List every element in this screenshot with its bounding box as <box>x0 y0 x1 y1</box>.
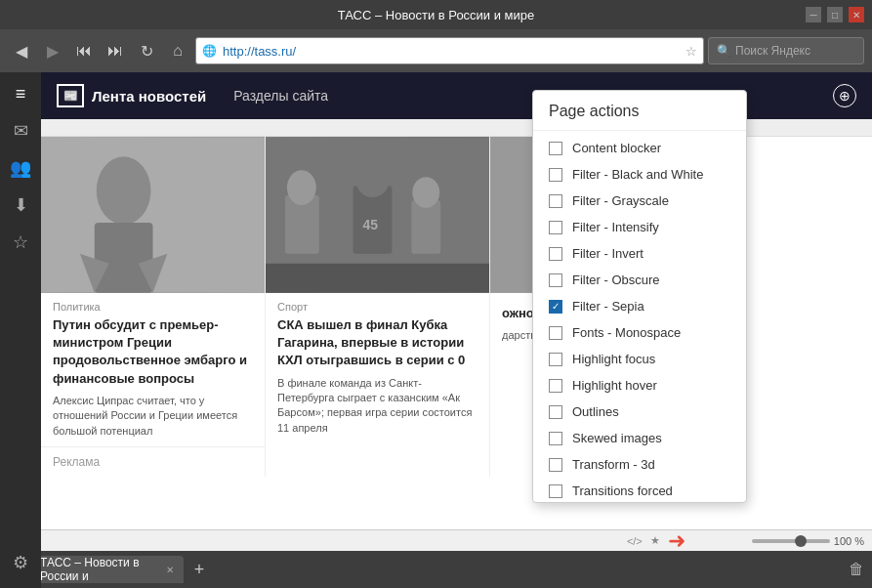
nav-bar: ◀ ▶ ⏮ ⏭ ↻ ⌂ 🌐 ☆ 🔍 Поиск Яндекс <box>0 29 872 72</box>
forward-button[interactable]: ▶ <box>39 37 66 64</box>
back-button[interactable]: ◀ <box>8 37 35 64</box>
zoom-control: 100 % <box>752 535 864 547</box>
sidebar-icon-settings[interactable]: ⚙ <box>3 545 38 580</box>
close-button[interactable]: ✕ <box>849 7 864 22</box>
checkbox-outlines[interactable] <box>549 405 562 419</box>
arrow-icon: ➜ <box>668 528 685 554</box>
news-card-1: Политика Путин обсудит с премьер-министр… <box>41 137 266 477</box>
new-tab-button[interactable]: + <box>187 558 211 581</box>
checkbox-sepia[interactable]: ✓ <box>549 300 562 314</box>
search-icon: 🔍 <box>717 44 731 58</box>
popup-title: Page actions <box>533 91 746 131</box>
checkbox-transform-3d[interactable] <box>549 458 562 472</box>
checkbox-monospace[interactable] <box>549 326 562 340</box>
news-excerpt-1: Алексис Ципрас считает, что у отношений … <box>53 394 253 439</box>
sidebar-icon-bookmark[interactable]: ☆ <box>3 225 38 260</box>
checkbox-obscure[interactable] <box>549 273 562 287</box>
svg-rect-10 <box>411 200 440 254</box>
home-end-button[interactable]: ⏭ <box>102 37 129 64</box>
popup-item-obscure[interactable]: Filter - Obscure <box>533 267 746 293</box>
maximize-button[interactable]: □ <box>827 7 843 22</box>
main-content: 📰 Лента новостей Разделы сайта ⊕ <box>41 72 872 551</box>
label-outlines: Outlines <box>572 404 619 419</box>
news-nav-sections[interactable]: Разделы сайта <box>226 84 336 107</box>
checkbox-transitions-forced[interactable] <box>549 484 562 498</box>
refresh-button[interactable]: ↻ <box>133 37 160 64</box>
news-category-1: Политика <box>53 301 253 313</box>
search-box[interactable]: 🔍 Поиск Яндекс <box>708 37 864 64</box>
label-monospace: Fonts - Monospace <box>572 325 681 340</box>
news-category-2: Спорт <box>277 301 478 313</box>
breadcrumb-bar <box>41 119 872 137</box>
label-skewed: Skewed images <box>572 431 662 445</box>
popup-item-sepia[interactable]: ✓ Filter - Sepia <box>533 293 746 319</box>
checkbox-skewed[interactable] <box>549 432 562 445</box>
news-title-2[interactable]: СКА вышел в финал Кубка Гагарина, впервы… <box>277 316 478 370</box>
checkbox-bw[interactable] <box>549 168 562 182</box>
popup-item-outlines[interactable]: Outlines <box>533 399 746 425</box>
news-card-img-1 <box>41 137 265 293</box>
svg-rect-12 <box>266 264 489 293</box>
news-title-1[interactable]: Путин обсудит с премьер-министром Греции… <box>53 316 253 388</box>
title-bar: ТАСС – Новости в России и мире ─ □ ✕ <box>0 0 872 29</box>
svg-point-9 <box>355 158 391 197</box>
popup-item-invert[interactable]: Filter - Invert <box>533 240 746 267</box>
news-image-2: 45 <box>266 137 489 293</box>
sidebar-icon-users[interactable]: 👥 <box>3 150 38 186</box>
label-content-blocker: Content blocker <box>572 141 661 155</box>
tab-label: ТАСС – Новости в России и <box>40 556 156 583</box>
popup-item-monospace[interactable]: Fonts - Monospace <box>533 319 746 346</box>
popup-item-highlight-focus[interactable]: Highlight focus <box>533 346 746 372</box>
popup-item-transitions-forced[interactable]: Transitions forced <box>533 478 746 502</box>
minimize-button[interactable]: ─ <box>806 7 821 22</box>
sidebar-icon-menu[interactable]: ≡ <box>3 76 38 111</box>
code-icon[interactable]: </> <box>627 535 643 547</box>
checkbox-grayscale[interactable] <box>549 194 562 208</box>
news-card-body-1: Политика Путин обсудит с премьер-министр… <box>41 293 265 446</box>
popup-item-bw[interactable]: Filter - Black and White <box>533 161 746 188</box>
popup-item-skewed[interactable]: Skewed images <box>533 425 746 451</box>
label-transitions-forced: Transitions forced <box>572 483 673 498</box>
trash-icon[interactable]: 🗑 <box>849 561 864 578</box>
popup-item-transform-3d[interactable]: Transform - 3d <box>533 451 746 478</box>
bookmark-star-icon[interactable]: ☆ <box>685 44 697 59</box>
popup-item-grayscale[interactable]: Filter - Grayscale <box>533 188 746 214</box>
news-card-body-2: Спорт СКА вышел в финал Кубка Гагарина, … <box>266 293 489 443</box>
sidebar-icon-mail[interactable]: ✉ <box>3 113 38 148</box>
zoom-thumb[interactable] <box>795 535 807 547</box>
label-intensify: Filter - Intensify <box>572 220 659 234</box>
status-bar: </> ★ ➜ 100 % <box>41 529 872 551</box>
popup-item-highlight-hover[interactable]: Highlight hover <box>533 372 746 399</box>
svg-rect-4 <box>41 137 265 292</box>
home-button[interactable]: ⌂ <box>164 37 191 64</box>
label-invert: Filter - Invert <box>572 246 644 261</box>
label-transform-3d: Transform - 3d <box>572 457 655 472</box>
home-start-button[interactable]: ⏮ <box>70 37 98 64</box>
security-icon: 🌐 <box>202 44 217 58</box>
checkbox-content-blocker[interactable] <box>549 142 562 155</box>
label-grayscale: Filter - Grayscale <box>572 193 669 208</box>
checkbox-highlight-focus[interactable] <box>549 353 562 366</box>
label-sepia: Filter - Sepia <box>572 299 644 314</box>
checkbox-invert[interactable] <box>549 247 562 261</box>
ad-label: Реклама <box>41 446 265 477</box>
news-header: 📰 Лента новостей Разделы сайта ⊕ <box>41 72 872 119</box>
sidebar-icon-download[interactable]: ⬇ <box>3 188 38 223</box>
news-logo-text: Лента новостей <box>92 88 206 105</box>
news-nav-icon[interactable]: ⊕ <box>833 84 856 107</box>
page-actions-popup: Page actions Content blocker Filter - Bl… <box>532 90 747 503</box>
zoom-slider[interactable] <box>752 539 830 543</box>
url-input[interactable] <box>223 44 680 59</box>
popup-item-intensify[interactable]: Filter - Intensify <box>533 214 746 240</box>
news-grid: Политика Путин обсудит с премьер-министр… <box>41 137 872 477</box>
star-icon[interactable]: ★ <box>650 534 660 547</box>
popup-item-content-blocker[interactable]: Content blocker <box>533 135 746 161</box>
tab-close-button[interactable]: ✕ <box>166 565 174 575</box>
svg-point-11 <box>412 177 439 208</box>
checkbox-highlight-hover[interactable] <box>549 379 562 393</box>
news-card-img-2: 45 <box>266 137 489 293</box>
checkbox-intensify[interactable] <box>549 221 562 234</box>
window-controls: ─ □ ✕ <box>806 7 864 22</box>
news-logo: 📰 Лента новостей <box>57 84 206 107</box>
news-card-2: 45 Спорт СКА вышел в финал Кубка Гагарин… <box>266 137 490 477</box>
